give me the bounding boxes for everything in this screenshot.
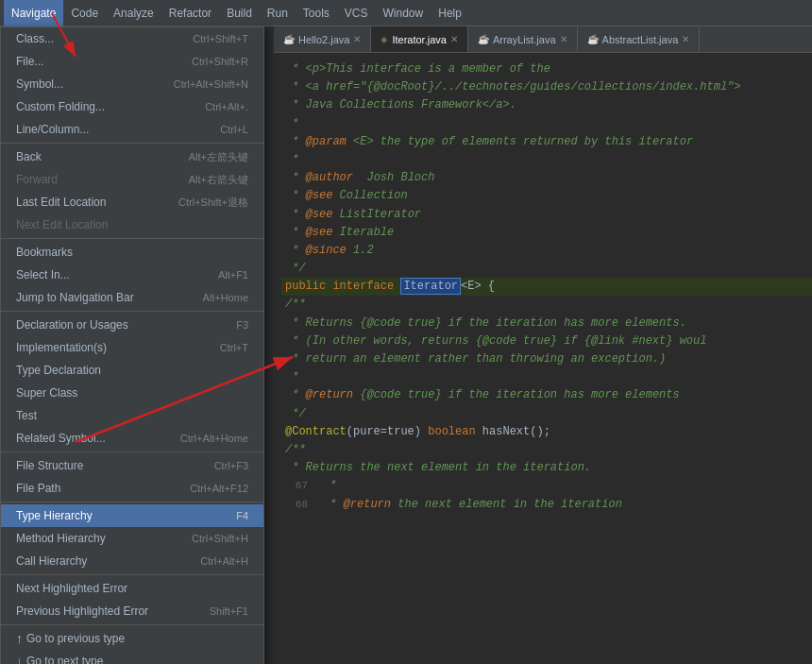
menu-item-file[interactable]: File... Ctrl+Shift+R	[1, 50, 263, 73]
menu-item-next-highlighted-error[interactable]: Next Highlighted Error	[1, 577, 263, 600]
menu-bar: Navigate Code Analyze Refactor Build Run…	[0, 0, 812, 26]
menu-item-method-hierarchy[interactable]: Method Hierarchy Ctrl+Shift+H	[1, 527, 263, 550]
menu-item-next-edit[interactable]: Next Edit Location	[1, 213, 263, 236]
code-line: * @since 1.2	[281, 242, 812, 260]
menu-help[interactable]: Help	[431, 0, 469, 26]
tab-label-arraylist: ArrayList.java	[493, 34, 556, 45]
menu-item-test[interactable]: Test	[1, 404, 263, 427]
code-line: /**	[281, 296, 812, 314]
tab-arraylist[interactable]: ☕ ArrayList.java ✕	[468, 26, 578, 52]
menu-item-last-edit[interactable]: Last Edit Location Ctrl+Shift+退格	[1, 191, 263, 213]
java-icon-2: ☕	[478, 34, 489, 44]
menu-item-related-symbol[interactable]: Related Symbol... Ctrl+Alt+Home	[1, 427, 263, 450]
code-line: * <p>This interface is a member of the	[281, 60, 812, 78]
java-icon: ☕	[283, 34, 295, 44]
menu-item-back[interactable]: Back Alt+左箭头键	[1, 145, 263, 168]
code-line: * return an element rather than throwing…	[281, 350, 812, 368]
code-line-interface: public interface Iterator<E> {	[281, 278, 812, 296]
menu-code[interactable]: Code	[63, 0, 106, 26]
menu-item-file-path[interactable]: File Path Ctrl+Alt+F12	[1, 477, 263, 500]
code-line: * @see ListIterator	[281, 206, 812, 224]
code-line: * Returns {@code true} if the iteration …	[281, 315, 812, 332]
menu-item-type-hierarchy[interactable]: Type Hierarchy F4	[1, 504, 263, 527]
tab-close-abstractlist[interactable]: ✕	[682, 34, 689, 44]
code-line: * @param <E> the type of elements return…	[281, 133, 812, 151]
code-line: * @see Iterable	[281, 224, 812, 242]
separator-2	[1, 238, 263, 239]
menu-item-super-class[interactable]: Super Class	[1, 382, 263, 404]
menu-item-declaration[interactable]: Declaration or Usages F3	[1, 314, 263, 336]
menu-item-select-in[interactable]: Select In... Alt+F1	[1, 264, 263, 286]
tab-close-iterator[interactable]: ✕	[450, 34, 458, 44]
tab-abstractlist[interactable]: ☕ AbstractList.java ✕	[578, 26, 701, 52]
menu-item-type-declaration[interactable]: Type Declaration	[1, 359, 263, 382]
separator-4	[1, 451, 263, 452]
code-line: /**	[281, 441, 812, 459]
menu-window[interactable]: Window	[376, 0, 431, 26]
menu-run[interactable]: Run	[260, 0, 296, 26]
menu-item-file-structure[interactable]: File Structure Ctrl+F3	[1, 454, 263, 477]
java-icon-3: ☕	[587, 34, 599, 44]
code-line: */	[281, 260, 812, 278]
code-line: */	[281, 405, 812, 423]
code-line: 67 *	[281, 477, 812, 495]
code-line: * Java Collections Framework</a>.	[281, 96, 812, 114]
navigate-dropdown: Class... Ctrl+Shift+T File... Ctrl+Shift…	[0, 26, 264, 664]
menu-item-next-type[interactable]: ↓ Go to next type	[1, 650, 263, 664]
tab-close-hello2[interactable]: ✕	[353, 34, 361, 44]
tab-label-abstractlist: AbstractList.java	[602, 34, 679, 45]
tab-label-hello2: Hello2.java	[298, 34, 349, 45]
tab-iterator[interactable]: ◈ Iterator.java ✕	[371, 26, 467, 52]
menu-item-prev-highlighted-error[interactable]: Previous Highlighted Error Shift+F1	[1, 600, 263, 622]
menu-item-bookmarks[interactable]: Bookmarks	[1, 241, 263, 264]
menu-vcs[interactable]: VCS	[337, 0, 376, 26]
code-line: 68 * @return the next element in the ite…	[281, 496, 812, 514]
code-line: *	[281, 151, 812, 169]
code-editor[interactable]: * <p>This interface is a member of the *…	[274, 53, 812, 521]
separator-6	[1, 574, 263, 575]
menu-item-implementations[interactable]: Implementation(s) Ctrl+T	[1, 336, 263, 359]
code-line: * @author Josh Bloch	[281, 169, 812, 187]
code-line: * <a href="{@docRoot}/../technotes/guide…	[281, 78, 812, 96]
code-line: * Returns the next element in the iterat…	[281, 459, 812, 477]
menu-navigate[interactable]: Navigate	[4, 0, 63, 26]
separator-5	[1, 502, 263, 502]
code-line: *	[281, 368, 812, 386]
code-line: @Contract(pure=true) boolean hasNext();	[281, 423, 812, 441]
code-line: * @see Collection	[281, 187, 812, 205]
menu-item-custom-folding[interactable]: Custom Folding... Ctrl+Alt+.	[1, 95, 263, 118]
menu-item-call-hierarchy[interactable]: Call Hierarchy Ctrl+Alt+H	[1, 550, 263, 572]
interface-icon: ◈	[381, 34, 388, 44]
menu-item-class[interactable]: Class... Ctrl+Shift+T	[1, 27, 263, 50]
menu-item-jump-navbar[interactable]: Jump to Navigation Bar Alt+Home	[1, 286, 263, 309]
menu-tools[interactable]: Tools	[296, 0, 337, 26]
separator-1	[1, 143, 263, 144]
separator-3	[1, 311, 263, 312]
menu-item-line-column[interactable]: Line/Column... Ctrl+L	[1, 118, 263, 141]
menu-item-forward[interactable]: Forward Alt+右箭头键	[1, 168, 263, 191]
tab-close-arraylist[interactable]: ✕	[560, 34, 567, 44]
tab-bar: ☕ Hello2.java ✕ ◈ Iterator.java ✕ ☕ Arra…	[274, 26, 812, 53]
menu-analyze[interactable]: Analyze	[106, 0, 161, 26]
menu-item-symbol[interactable]: Symbol... Ctrl+Alt+Shift+N	[1, 73, 263, 95]
menu-build[interactable]: Build	[219, 0, 260, 26]
menu-item-prev-type[interactable]: ↑ Go to previous type	[1, 627, 263, 650]
code-line: * (In other words, returns {@code true} …	[281, 332, 812, 350]
tab-label-iterator: Iterator.java	[392, 34, 446, 45]
tab-hello2[interactable]: ☕ Hello2.java ✕	[274, 26, 371, 52]
code-line: * @return {@code true} if the iteration …	[281, 386, 812, 404]
code-line: *	[281, 115, 812, 133]
menu-refactor[interactable]: Refactor	[161, 0, 219, 26]
separator-7	[1, 624, 263, 625]
